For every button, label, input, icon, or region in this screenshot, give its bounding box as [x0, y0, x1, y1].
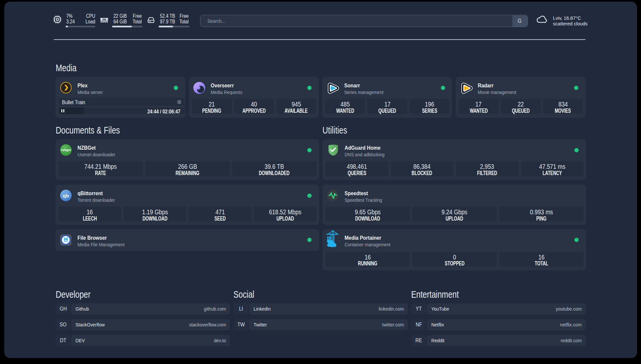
svg-text:qb: qb — [63, 193, 69, 198]
svg-text:nzbget: nzbget — [61, 148, 71, 152]
